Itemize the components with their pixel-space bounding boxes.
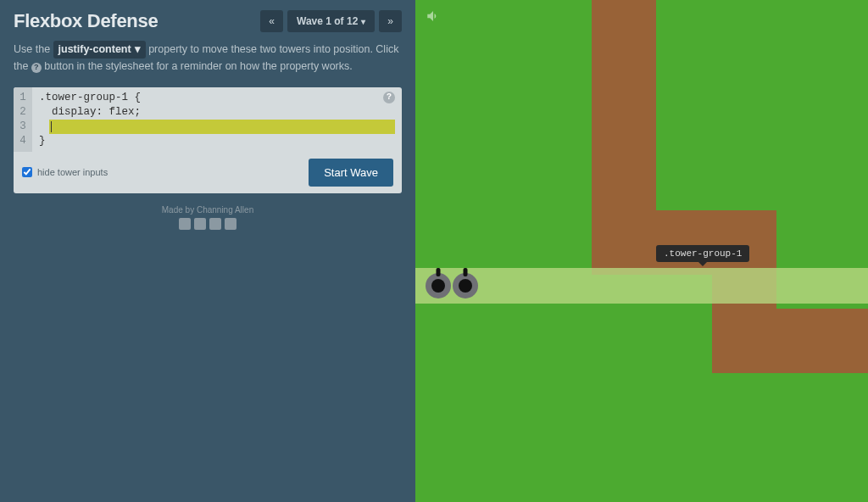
tower[interactable]: [426, 273, 451, 298]
next-wave-button[interactable]: »: [379, 10, 402, 32]
line-gutter: 1234: [14, 87, 32, 152]
code-lines: .tower-group-1 { display: flex; }: [32, 87, 402, 152]
instructions-text: Use the justify-content ▾ property to mo…: [14, 41, 402, 75]
header: Flexbox Defense « Wave 1 of 12 ▾ »: [14, 10, 402, 32]
caret-down-icon: ▾: [361, 17, 365, 26]
twitter-icon[interactable]: [194, 218, 206, 230]
group-tooltip: .tower-group-1: [656, 245, 749, 262]
sound-toggle-icon[interactable]: [426, 8, 441, 27]
wave-select-dropdown[interactable]: Wave 1 of 12 ▾: [287, 10, 375, 32]
code-line: }: [39, 134, 395, 148]
hide-inputs-checkbox[interactable]: [22, 167, 32, 177]
code-area: 1234 .tower-group-1 { display: flex; } ?: [14, 87, 402, 152]
checkbox-label: hide tower inputs: [37, 167, 108, 177]
path-segment: [712, 309, 776, 373]
prev-wave-button[interactable]: «: [260, 10, 283, 32]
code-line: .tower-group-1 {: [39, 91, 395, 105]
credits-text: Made by Channing Allen: [14, 205, 402, 215]
social-links: [14, 218, 402, 230]
hide-inputs-toggle[interactable]: hide tower inputs: [22, 167, 108, 177]
editor-footer: hide tower inputs Start Wave: [14, 152, 402, 193]
code-input-line: [39, 120, 395, 134]
help-icon: ?: [31, 63, 42, 73]
app-title: Flexbox Defense: [14, 10, 158, 32]
linkedin-icon[interactable]: [209, 218, 221, 230]
control-panel: Flexbox Defense « Wave 1 of 12 ▾ » Use t…: [0, 0, 415, 502]
wave-nav: « Wave 1 of 12 ▾ »: [260, 10, 402, 32]
property-tag[interactable]: justify-content ▾: [53, 41, 146, 59]
credits: Made by Channing Allen: [14, 205, 402, 230]
tower[interactable]: [453, 273, 478, 298]
css-input[interactable]: [49, 120, 395, 134]
start-wave-button[interactable]: Start Wave: [309, 159, 393, 187]
path-segment: [592, 210, 656, 275]
github-icon[interactable]: [225, 218, 236, 230]
path-segment: [712, 210, 776, 275]
tower-group-1: [415, 268, 868, 304]
code-line: display: flex;: [39, 105, 395, 120]
css-editor: 1234 .tower-group-1 { display: flex; } ?…: [14, 87, 402, 193]
facebook-icon[interactable]: [179, 218, 191, 230]
caret-down-icon: ▾: [135, 42, 141, 58]
editor-help-button[interactable]: ?: [383, 92, 395, 103]
wave-label: Wave 1 of 12: [297, 15, 358, 27]
game-board: .tower-group-1: [415, 0, 868, 502]
path-segment: [592, 0, 656, 244]
